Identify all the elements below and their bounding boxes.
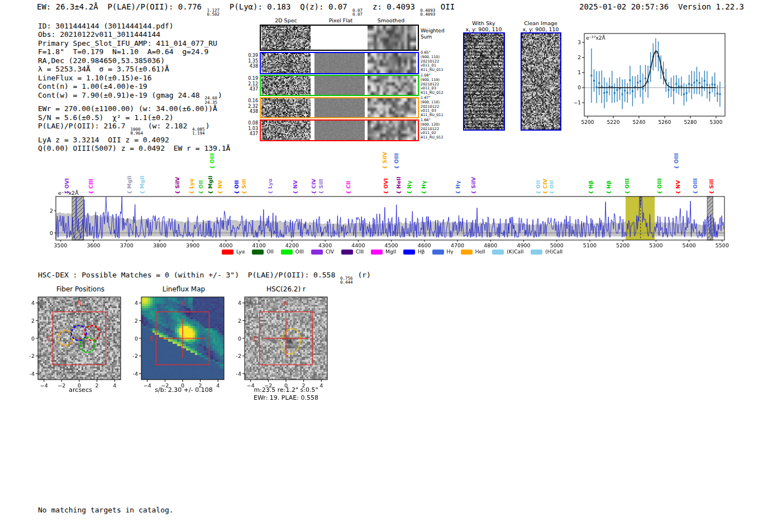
fiber-xlabel: arcsecs	[25, 386, 136, 394]
spec2d-smoothed-image	[368, 98, 416, 117]
legend-item: Lyα	[222, 249, 245, 255]
spec2d-2d-image	[261, 53, 311, 73]
hsc-dex-match-line: HSC-DEX : Possible Matches = 0 (within +…	[38, 271, 371, 285]
fraction-lower: 24.35	[204, 100, 217, 105]
left-label-line: 1.03	[240, 126, 258, 132]
spec2d-row-right-labels: 1.08"(900, 119)20210122v011_03411_RU_012	[421, 74, 444, 95]
right-label-line: 411_RU_012	[421, 91, 444, 95]
text-segment: ID: 3011444144 (3011444144.pdf)	[38, 22, 174, 30]
legend-item: Hγ	[432, 249, 454, 255]
right-label-line: 411_RU_012	[421, 136, 444, 140]
text-segment: LyA z = 3.3214 OII z = 0.4092	[38, 136, 169, 144]
spec2d-row	[260, 52, 419, 74]
detection-info-block: ID: 3011444144 (3011444144.pdf)Obs: 2021…	[38, 22, 230, 153]
lineflux-sb-caption: s/b: 2.30 +/- 0.108	[128, 386, 240, 394]
footer-line-1: No matching targets in catalog.	[38, 506, 174, 515]
legend-item: OIII	[281, 249, 304, 255]
text-segment: OII	[436, 2, 455, 11]
info-line: Primary Spec_Slot_IFU_AMP: 411_014_077_R…	[38, 39, 230, 47]
text-segment: HSC-DEX : Possible Matches = 0 (within +…	[38, 271, 340, 279]
text-segment: P(LAE)/P(OII): 216.7	[38, 122, 130, 130]
info-line: Cont(w) = 7.90(±0.91)e-19 (gmag 24.48 24…	[38, 91, 230, 105]
hsc-mag-caption: m:23.5 re:1.2" s:0.5"	[230, 386, 342, 394]
emission-line-label-Lyα: { Lyα	[267, 179, 273, 194]
info-line: F=1.8" T=0.179 N=1.10 A=0.64 g=24.9	[38, 47, 230, 56]
legend-swatch	[531, 250, 542, 255]
legend-swatch	[311, 250, 323, 255]
emission-line-label-HeII: { HeII	[395, 176, 402, 194]
emission-line-label-OIII: { OIII	[692, 178, 698, 194]
spec2d-row-left-labels: 0.081.03437	[240, 121, 258, 137]
legend-swatch	[461, 250, 473, 255]
spec2d-header-smoothed: Smoothed	[357, 17, 425, 23]
spec2d-row	[260, 119, 419, 141]
emission-line-label-OIII: { OIII	[393, 153, 399, 169]
legend-label: OII	[266, 249, 273, 255]
right-label-line: Sum	[421, 34, 445, 40]
left-label-line: 437	[240, 87, 258, 92]
stacked-fraction: 10008.964	[130, 127, 143, 136]
text-segment: EWr = 270.00(±1100.00) (w: 34.00(±6.00))…	[38, 104, 217, 113]
info-line: RA,Dec (220.984650,53.385036)	[38, 56, 230, 65]
legend-item: HeII	[461, 249, 485, 255]
legend-label: OIII	[295, 249, 304, 255]
stacked-fraction: 0.7560.444	[340, 276, 353, 285]
legend-swatch	[403, 250, 415, 255]
emission-line-label-Hγ: { Hγ	[421, 181, 427, 195]
emission-line-label-OII: { OII	[233, 180, 240, 194]
spec2d-pixelflat-image	[314, 53, 365, 73]
text-segment: z: 0.4093	[363, 2, 419, 11]
fiber-positions-image	[30, 291, 130, 391]
info-line: S/N = 5.6(±0.5) χ² = 1.1(±0.2)	[38, 113, 230, 122]
emission-line-label-OIII: { OIII	[673, 153, 679, 169]
emission-line-label-SiII: { SiII	[318, 179, 324, 194]
text-segment: (r)	[354, 271, 371, 279]
legend-swatch	[432, 250, 444, 255]
report-meta: 2025-01-02 20:57:36 Version 1.22.3	[579, 2, 744, 11]
spec2d-smoothed-image	[368, 53, 416, 73]
text-segment: EW: 26.3±4.2Å P(LAE)/P(OII): 0.776	[37, 2, 206, 11]
emission-line-label-Hγ: { Hγ	[406, 181, 412, 195]
fraction-lower: 0.07	[352, 12, 363, 17]
text-segment: Cont(w) = 7.90(±0.91)e-19 (gmag 24.48	[38, 91, 204, 99]
stacked-fraction: 4.0851.194	[192, 127, 205, 136]
left-label-line: 437	[240, 131, 258, 137]
spec2d-2d-image	[261, 121, 311, 140]
line-fit-plot	[574, 28, 733, 130]
legend-label: Hγ	[447, 249, 454, 255]
text-segment: Primary Spec_Slot_IFU_AMP: 411_014_077_R…	[38, 39, 217, 47]
text-segment: )	[218, 91, 222, 99]
emission-line-label-SiIV: { SiIV	[470, 177, 476, 194]
left-label-line: 0.39	[240, 53, 258, 59]
left-label-line: 438	[240, 109, 258, 114]
info-line: Cont(n) = 1.00(±4.00)e-19	[38, 82, 230, 90]
legend-item: MgII	[371, 249, 396, 255]
legend-label: Lyα	[236, 249, 245, 255]
legend-item: Hβ	[403, 249, 425, 255]
info-line: ID: 3011444144 (3011444144.pdf)	[38, 22, 230, 30]
info-line: Obs: 20210122v011_3011444144	[38, 30, 230, 39]
legend-label: MgII	[385, 249, 396, 255]
info-line: P(LAE)/P(OII): 216.7 10008.964 (w: 2.182…	[38, 122, 230, 136]
spec2d-row-right-labels: 1.47"(900, 110)20210122v011_03411_RU_011	[421, 96, 444, 118]
emission-line-label-OVI: { OVI	[64, 178, 70, 194]
legend-swatch	[252, 250, 264, 255]
spec2d-row-right-labels: 1.66"(900, 120)20210122v011_02411_RU_012	[421, 118, 444, 140]
legend-item: (K)CaII	[492, 249, 523, 255]
summary-header: EW: 26.3±4.2Å P(LAE)/P(OII): 0.776 1.127…	[37, 2, 455, 17]
spec2d-pixelflat-image	[314, 121, 365, 140]
hsc-plae-caption: EWr: 19. PLAE: 0.558	[230, 394, 342, 401]
left-label-line: 0.19	[240, 76, 258, 82]
right-label-line: 411_RU_011	[421, 113, 444, 118]
spec2d-row-left-labels: 0.391.35438	[240, 53, 258, 69]
meta-gap	[669, 2, 678, 11]
spec2d-row-left-labels: 0.162.32438	[240, 98, 258, 114]
text-segment: F=1.8" T=0.179 N=1.10 A=0.64 g=24.9	[38, 47, 208, 56]
legend-item: (H)CaII	[531, 249, 562, 255]
spec2d-pixelflat-image	[314, 26, 365, 50]
stacked-fraction: 0.070.07	[352, 8, 363, 17]
emission-line-label-MgII: { MgII	[139, 176, 145, 194]
emission-line-label-SiIV: { SiIV	[382, 152, 388, 169]
text-segment: λ = 5253.34Å σ = 3.75(±0.61)Å	[38, 65, 169, 73]
right-label-line: Weighted	[421, 28, 445, 34]
